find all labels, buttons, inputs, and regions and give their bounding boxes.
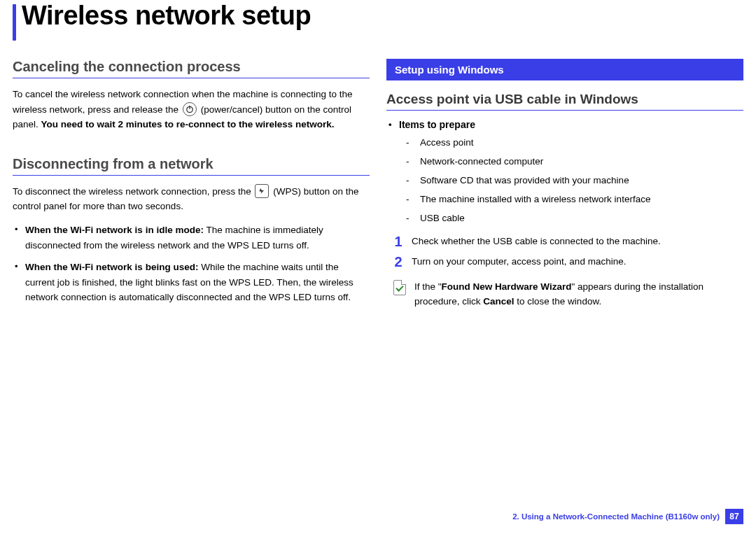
list-item: When the Wi-Fi network is in idle mode: … xyxy=(13,223,370,253)
step-number: 2 xyxy=(393,255,403,269)
list-item: The machine installed with a wireless ne… xyxy=(406,192,743,207)
disconnect-cases-list: When the Wi-Fi network is in idle mode: … xyxy=(13,223,370,305)
text-bold: Cancel xyxy=(483,296,514,307)
items-list: Access point Network-connected computer … xyxy=(386,136,743,226)
note-text: If the "Found New Hardware Wizard" appea… xyxy=(414,280,743,309)
text: If the " xyxy=(414,281,442,292)
page-title: Wireless network setup xyxy=(22,1,311,41)
list-item: USB cable xyxy=(406,211,743,226)
wps-icon xyxy=(255,184,269,198)
list-item: Access point xyxy=(406,136,743,150)
left-column: Canceling the connection process To canc… xyxy=(13,59,370,312)
list-item: Network-connected computer xyxy=(406,155,743,169)
paragraph-disconnect: To disconnect the wireless network conne… xyxy=(13,184,370,214)
heading-canceling: Canceling the connection process xyxy=(13,59,370,75)
step-text: Check whether the USB cable is connected… xyxy=(412,234,743,249)
text: To disconnect the wireless network conne… xyxy=(13,186,253,197)
rule xyxy=(386,110,743,111)
page-footer: 2. Using a Network-Connected Machine (B1… xyxy=(512,509,743,524)
footer-chapter: 2. Using a Network-Connected Machine (B1… xyxy=(512,512,720,521)
title-accent-bar xyxy=(13,4,16,41)
list-item: Software CD that was provided with your … xyxy=(406,174,743,188)
text-bold: When the Wi-Fi network is being used: xyxy=(25,262,198,272)
note-icon xyxy=(393,280,406,295)
heading-items-to-prepare: Items to prepare xyxy=(386,119,743,130)
banner-setup-windows: Setup using Windows xyxy=(386,59,743,80)
page-title-wrap: Wireless network setup xyxy=(13,0,743,46)
footer-page-number: 87 xyxy=(725,509,743,524)
paragraph-cancel: To cancel the wireless network connectio… xyxy=(13,87,370,132)
heading-disconnecting: Disconnecting from a network xyxy=(13,156,370,172)
list-item: When the Wi-Fi network is being used: Wh… xyxy=(13,260,370,305)
manual-page: Wireless network setup Canceling the con… xyxy=(0,0,756,312)
text-bold: When the Wi-Fi network is in idle mode: xyxy=(25,225,204,235)
step-text: Turn on your computer, access point, and… xyxy=(412,255,743,269)
two-column-layout: Canceling the connection process To canc… xyxy=(13,59,743,312)
rule xyxy=(13,78,370,78)
power-cancel-icon xyxy=(183,102,197,116)
text-bold: You need to wait 2 minutes to re-connect… xyxy=(41,119,335,129)
step-number: 1 xyxy=(393,234,403,248)
step-2: 2 Turn on your computer, access point, a… xyxy=(393,255,743,269)
heading-access-point: Access point via USB cable in Windows xyxy=(386,92,743,107)
rule xyxy=(13,175,370,176)
right-column: Setup using Windows Access point via USB… xyxy=(386,59,743,312)
text: to close the window. xyxy=(514,296,602,307)
step-1: 1 Check whether the USB cable is connect… xyxy=(393,234,743,249)
note: If the "Found New Hardware Wizard" appea… xyxy=(393,280,743,309)
text-bold: Found New Hardware Wizard xyxy=(442,281,572,292)
